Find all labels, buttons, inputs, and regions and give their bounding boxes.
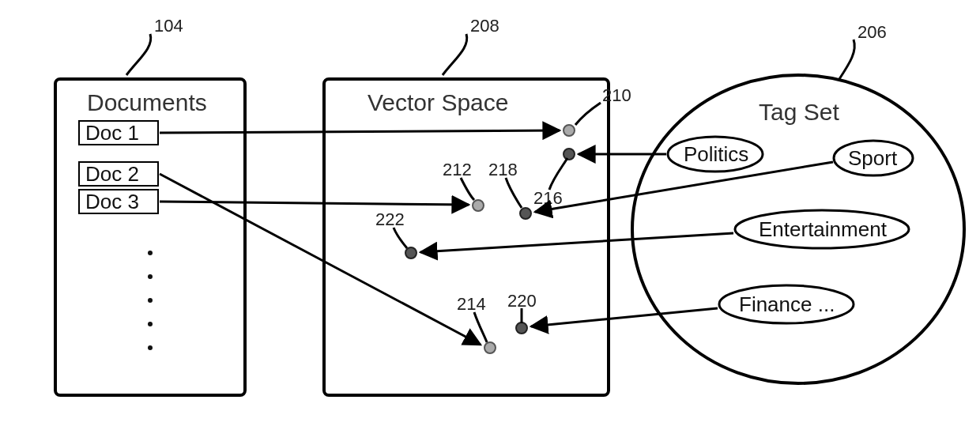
arrow-finance — [531, 308, 718, 326]
arrow-entertainment — [420, 233, 733, 252]
point-222 — [405, 247, 416, 258]
point-212 — [473, 200, 484, 211]
ref-220: 220 — [507, 291, 537, 323]
svg-text:220: 220 — [507, 291, 537, 311]
svg-text:216: 216 — [533, 188, 563, 208]
svg-text:Finance ...: Finance ... — [739, 292, 835, 316]
doc-item-3: Doc 3 — [85, 190, 139, 213]
ref-208: 208 — [443, 16, 499, 75]
svg-point-5 — [148, 274, 153, 279]
svg-text:Sport: Sport — [848, 146, 898, 170]
documents-title: Documents — [87, 89, 207, 115]
arrow-sport — [535, 162, 833, 212]
svg-text:218: 218 — [488, 160, 518, 179]
arrow-doc3 — [160, 202, 469, 205]
tag-set: Tag Set Politics Sport Entertainment Fin… — [632, 75, 964, 383]
ref-212: 212 — [443, 160, 474, 200]
vector-space-title: Vector Space — [368, 89, 508, 115]
svg-text:206: 206 — [858, 22, 887, 42]
point-210 — [564, 125, 575, 136]
svg-text:Politics: Politics — [684, 142, 748, 166]
svg-point-4 — [148, 251, 153, 255]
svg-point-6 — [148, 298, 153, 303]
ref-210: 210 — [575, 85, 631, 125]
point-214 — [484, 342, 496, 353]
point-220 — [516, 322, 527, 334]
ref-216: 216 — [533, 158, 567, 208]
doc-item-2: Doc 2 — [85, 162, 139, 186]
svg-text:214: 214 — [457, 294, 486, 314]
arrow-doc1 — [160, 130, 560, 133]
svg-point-8 — [148, 345, 153, 350]
point-216 — [564, 149, 575, 160]
arrow-doc2 — [160, 174, 481, 345]
ref-222: 222 — [375, 209, 407, 248]
svg-text:104: 104 — [154, 16, 183, 36]
svg-text:210: 210 — [602, 85, 631, 105]
doc-item-1: Doc 1 — [85, 121, 139, 145]
svg-point-7 — [148, 322, 153, 326]
ref-206: 206 — [839, 22, 887, 79]
svg-text:208: 208 — [470, 16, 499, 36]
tag-set-title: Tag Set — [759, 99, 839, 125]
point-218 — [520, 208, 531, 219]
diagram-root: Documents Doc 1 Doc 2 Doc 3 104 Vector S… — [0, 0, 980, 445]
documents-box: Documents Doc 1 Doc 2 Doc 3 — [55, 79, 245, 395]
ref-104: 104 — [126, 16, 183, 75]
svg-text:Entertainment: Entertainment — [759, 217, 888, 241]
svg-text:222: 222 — [375, 209, 405, 229]
ref-218: 218 — [488, 160, 522, 208]
svg-text:212: 212 — [443, 160, 472, 179]
